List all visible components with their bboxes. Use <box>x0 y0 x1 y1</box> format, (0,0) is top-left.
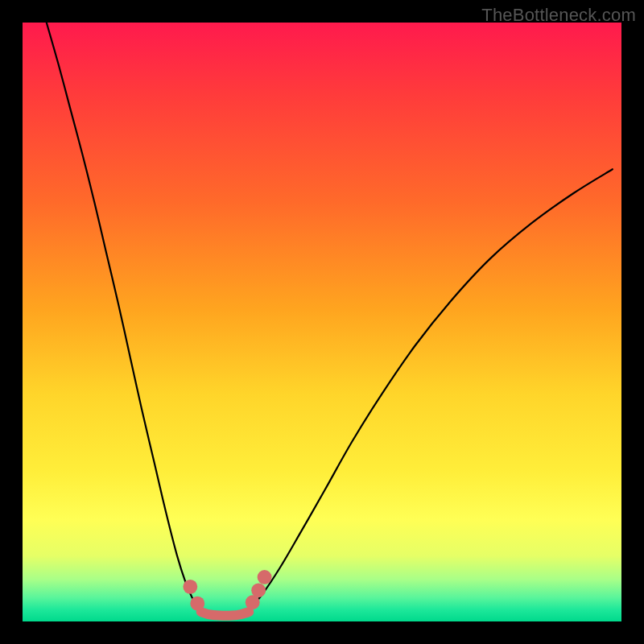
series-left-branch <box>47 23 199 609</box>
marker-right-dot-mid <box>251 583 266 597</box>
series-layer <box>47 23 613 616</box>
marker-left-dot-upper <box>183 580 197 594</box>
marker-layer <box>183 570 271 611</box>
frame: TheBottleneck.com <box>0 0 644 644</box>
chart-svg <box>23 23 621 621</box>
series-trough-floor <box>201 612 250 616</box>
series-right-branch <box>250 169 613 608</box>
plot-area <box>23 23 621 621</box>
marker-right-dot-upper <box>258 570 272 584</box>
marker-left-dot-lower <box>190 597 204 611</box>
